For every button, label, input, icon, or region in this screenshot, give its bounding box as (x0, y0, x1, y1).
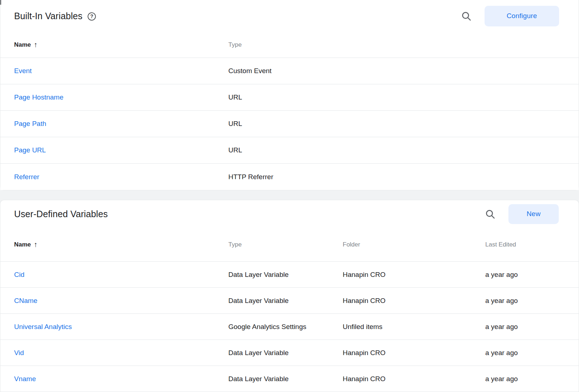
variable-type: URL (228, 93, 565, 101)
column-header-last-edited[interactable]: Last Edited (485, 241, 565, 248)
variable-link[interactable]: Page URL (14, 146, 46, 154)
column-header-name[interactable]: Name ↑ (14, 41, 228, 49)
variable-link[interactable]: Page Path (14, 120, 46, 127)
sort-ascending-icon: ↑ (34, 41, 37, 49)
table-row[interactable]: Vname Data Layer Variable Hanapin CRO a … (0, 366, 579, 392)
question-circle-icon: ? (87, 12, 96, 21)
svg-text:?: ? (90, 13, 93, 19)
table-row[interactable]: CName Data Layer Variable Hanapin CRO a … (0, 288, 579, 314)
table-row[interactable]: Referrer HTTP Referrer (0, 164, 579, 190)
search-icon (485, 208, 496, 220)
user-defined-variables-header: User-Defined Variables New (0, 200, 579, 228)
variable-type: Google Analytics Settings (228, 323, 343, 331)
variable-link[interactable]: Cid (14, 271, 25, 278)
column-header-folder[interactable]: Folder (343, 241, 485, 248)
built-in-variables-title: Built-In Variables (14, 11, 83, 21)
variable-link[interactable]: Universal Analytics (14, 323, 72, 330)
user-defined-variables-card: User-Defined Variables New Name ↑ Type F… (0, 200, 579, 392)
variable-folder: Hanapin CRO (343, 297, 485, 305)
configure-button[interactable]: Configure (485, 6, 559, 26)
variable-link[interactable]: CName (14, 297, 37, 304)
variable-folder: Unfiled items (343, 323, 485, 331)
column-header-type[interactable]: Type (228, 241, 343, 248)
screen-edge-artifact (0, 0, 1, 5)
variable-type: Data Layer Variable (228, 375, 343, 383)
column-header-name[interactable]: Name ↑ (14, 240, 228, 249)
search-button[interactable] (459, 9, 473, 23)
variable-link[interactable]: Vid (14, 349, 24, 357)
search-icon (461, 10, 472, 22)
table-row[interactable]: Event Custom Event (0, 58, 579, 84)
built-in-variables-card: Built-In Variables ? Configure Name ↑ (0, 0, 579, 190)
built-in-variables-header: Built-In Variables ? Configure (0, 0, 579, 32)
table-row[interactable]: Universal Analytics Google Analytics Set… (0, 314, 579, 340)
table-row[interactable]: Cid Data Layer Variable Hanapin CRO a ye… (0, 262, 579, 288)
table-row[interactable]: Page Hostname URL (0, 84, 579, 111)
variable-last-edited: a year ago (485, 271, 565, 279)
built-in-table-header: Name ↑ Type (0, 32, 579, 58)
variable-folder: Hanapin CRO (343, 375, 485, 383)
variable-link[interactable]: Page Hostname (14, 93, 63, 101)
column-header-name-label: Name (14, 241, 31, 248)
search-button[interactable] (483, 207, 497, 221)
variable-type: URL (228, 120, 565, 128)
variable-last-edited: a year ago (485, 297, 565, 305)
user-defined-table-header: Name ↑ Type Folder Last Edited (0, 228, 579, 262)
variable-folder: Hanapin CRO (343, 349, 485, 357)
column-header-name-label: Name (14, 41, 31, 49)
variable-type: HTTP Referrer (228, 173, 565, 181)
user-defined-variables-title: User-Defined Variables (14, 209, 108, 219)
variable-last-edited: a year ago (485, 323, 565, 331)
variable-type: Data Layer Variable (228, 297, 343, 305)
new-button[interactable]: New (508, 204, 559, 224)
gtm-variables-page: Built-In Variables ? Configure Name ↑ (0, 0, 579, 392)
table-row[interactable]: Page URL URL (0, 137, 579, 164)
variable-type: Data Layer Variable (228, 349, 343, 357)
variable-link[interactable]: Vname (14, 375, 36, 383)
variable-type: URL (228, 146, 565, 154)
column-header-type[interactable]: Type (228, 41, 565, 49)
table-row[interactable]: Vid Data Layer Variable Hanapin CRO a ye… (0, 340, 579, 366)
variable-folder: Hanapin CRO (343, 271, 485, 279)
variable-link[interactable]: Referrer (14, 173, 39, 181)
variable-type: Data Layer Variable (228, 271, 343, 279)
variable-last-edited: a year ago (485, 349, 565, 357)
variable-last-edited: a year ago (485, 375, 565, 383)
table-row[interactable]: Page Path URL (0, 111, 579, 137)
variable-link[interactable]: Event (14, 67, 32, 75)
help-icon[interactable]: ? (87, 12, 96, 21)
variable-type: Custom Event (228, 67, 565, 75)
sort-ascending-icon: ↑ (34, 240, 37, 249)
